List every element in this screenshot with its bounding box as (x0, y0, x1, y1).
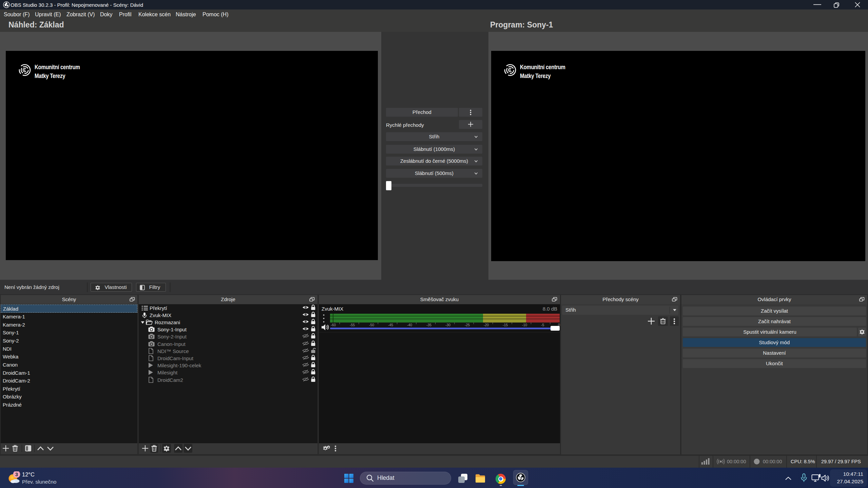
svg-text:3: 3 (15, 471, 18, 477)
